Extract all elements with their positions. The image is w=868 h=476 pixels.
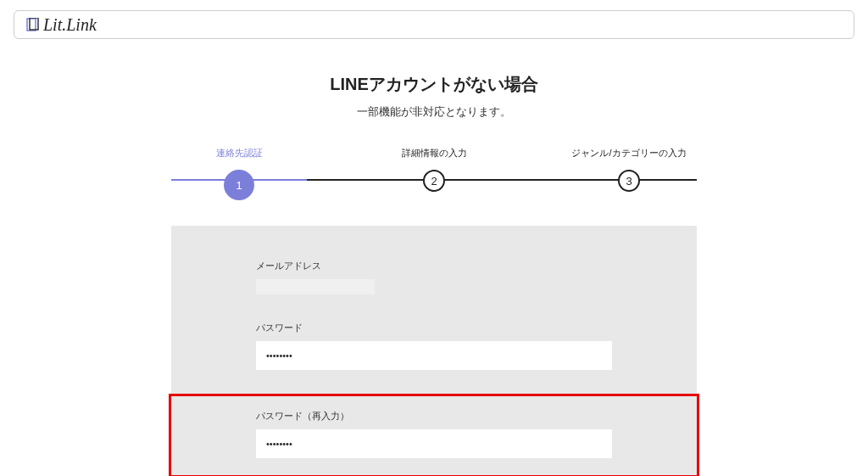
step-2-label: 詳細情報の入力 <box>402 147 467 160</box>
page-title: LINEアカウントがない場合 <box>330 73 538 96</box>
password-confirm-highlight: パスワード（再入力） <box>169 394 699 476</box>
step-2: 詳細情報の入力 2 <box>366 147 502 192</box>
step-1-label: 連絡先認証 <box>216 147 263 160</box>
step-3-circle: 3 <box>618 170 640 192</box>
page-subtitle: 一部機能が非対応となります。 <box>357 104 511 120</box>
password-label: パスワード <box>256 322 612 334</box>
email-group: メールアドレス <box>171 260 697 298</box>
header-bar: Lit.Link <box>14 10 854 39</box>
step-1-circle: 1 <box>224 170 254 200</box>
logo[interactable]: Lit.Link <box>26 15 97 35</box>
step-1: 連絡先認証 1 <box>171 147 307 200</box>
password-confirm-input[interactable] <box>256 429 612 458</box>
password-confirm-label: パスワード（再入力） <box>256 410 612 423</box>
form-card: メールアドレス パスワード パスワード（再入力） <box>171 226 697 476</box>
main-content: LINEアカウントがない場合 一部機能が非対応となります。 連絡先認証 1 詳細… <box>0 49 868 476</box>
step-3-label: ジャンル/カテゴリーの入力 <box>571 147 686 160</box>
email-redacted <box>256 279 375 294</box>
password-confirm-group: パスワード（再入力） <box>256 410 612 458</box>
email-label: メールアドレス <box>256 260 612 272</box>
step-3: ジャンル/カテゴリーの入力 3 <box>561 147 697 192</box>
password-group: パスワード <box>171 322 697 370</box>
logo-icon <box>26 18 40 31</box>
svg-rect-1 <box>30 18 38 30</box>
step-2-circle: 2 <box>423 170 445 192</box>
stepper: 連絡先認証 1 詳細情報の入力 2 ジャンル/カテゴリーの入力 3 <box>171 147 697 200</box>
logo-text: Lit.Link <box>43 15 97 35</box>
email-display <box>256 279 612 298</box>
svg-rect-0 <box>27 19 36 31</box>
password-input[interactable] <box>256 341 612 370</box>
